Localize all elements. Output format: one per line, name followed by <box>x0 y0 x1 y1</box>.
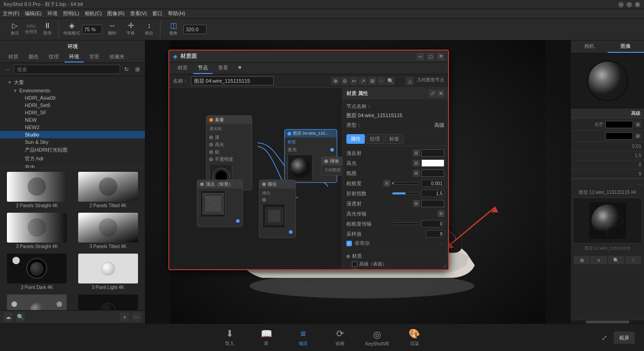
menu-lighting[interactable]: 照明(L) <box>63 10 79 17</box>
tree-item-product-hdri[interactable]: 产品HDRI灯光站图 <box>0 146 145 154</box>
thumb-all-black[interactable]: All Black 4K <box>73 293 144 310</box>
tool-translate[interactable]: ✛ 平移 <box>122 20 139 39</box>
mat-bar-btn-geom[interactable]: △ <box>406 77 414 85</box>
bottomnav-library[interactable]: 📖 库 <box>255 328 278 347</box>
prop-tab-texture[interactable]: 纹理 <box>366 134 384 144</box>
thumb-3point-medium[interactable]: 3 Point Medium 4K <box>2 293 72 310</box>
viewport[interactable]: CONVERSE ® ALL STAR <box>145 40 570 323</box>
menu-environment[interactable]: 环境 <box>47 10 58 17</box>
ambient-ctrl-icon[interactable]: ⊞ <box>413 170 420 176</box>
material-editor-window[interactable]: ◈ 材质面 ─ □ ✕ 材质 节点 查看 ■ 名称： ⊕ ⊘ ↩ <box>168 50 449 270</box>
menu-view[interactable]: 查看(V) <box>130 10 147 17</box>
sidebar-btn-refresh[interactable]: ↻ <box>122 65 131 74</box>
three-dot-icon[interactable]: ··· <box>440 240 444 247</box>
tree-node-material[interactable]: 材质 <box>346 252 444 260</box>
sidebar-btn-more[interactable]: ··· <box>3 65 12 74</box>
port-dot-in[interactable] <box>209 136 213 139</box>
mat-bar-btn-6[interactable]: ··· <box>377 77 385 85</box>
prop-tab-attributes[interactable]: 属性 <box>346 134 365 144</box>
port-out-disp[interactable] <box>262 228 293 236</box>
specular-ctrl-icon[interactable]: ⊞ <box>413 160 420 166</box>
right-swatch-icon[interactable]: ⊞ <box>635 121 641 128</box>
roughness-trans-slider[interactable] <box>392 222 420 225</box>
specular-swatch[interactable] <box>421 159 444 167</box>
tool-push-pull[interactable]: ↕ 推拉 <box>141 20 157 39</box>
diffuse-swatch[interactable] <box>421 149 444 157</box>
thumb-3panels-straight[interactable]: 3 Panels Straight 4K <box>2 211 72 251</box>
toolbar-value-input[interactable] <box>184 25 207 34</box>
tab-favorites[interactable]: 收藏夹 <box>105 52 129 62</box>
tree-item-environments[interactable]: ▼ Environments <box>0 87 145 94</box>
samples-value[interactable] <box>426 230 444 238</box>
thumb-3panels-tilted[interactable]: 3 Panels Tilted 4K <box>73 211 144 251</box>
maximize-button[interactable]: □ <box>627 2 632 7</box>
bottomnav-keyshot-vr[interactable]: ◎ KeyShotVR <box>365 329 389 346</box>
thumb-2panels-tilted[interactable]: 2 Panels Tilted 4K <box>73 170 144 210</box>
tree-item-hdri-set6[interactable]: HDRI_Set6 <box>0 102 145 109</box>
menu-window[interactable]: 窗口 <box>152 10 162 17</box>
port-texture[interactable]: 贴 <box>209 148 249 156</box>
right-btn-list[interactable]: ≡ <box>591 256 607 264</box>
tree-item-studio[interactable]: Studio <box>0 131 145 138</box>
props-expand-btn[interactable]: ⤢ <box>429 90 436 97</box>
tab-background[interactable]: 背景 <box>85 52 104 62</box>
diffuse-ctrl-icon[interactable]: ⊞ <box>413 150 420 156</box>
port-dot-in[interactable] <box>209 158 213 161</box>
tab-texture[interactable]: 纹理 <box>44 52 63 62</box>
menu-camera[interactable]: 相机(C) <box>85 10 102 17</box>
tab-environment[interactable]: 环境 <box>64 52 84 62</box>
menu-file[interactable]: 文件(F) <box>3 10 19 17</box>
tool-pause[interactable]: ⏸ 暂停 <box>39 20 56 39</box>
fresnel-checkbox[interactable]: ✓ <box>346 241 352 246</box>
right-swatch-1[interactable] <box>605 121 633 128</box>
right-btn-grid[interactable]: ⊞ <box>574 256 590 264</box>
thumb-2panels-straight[interactable]: 2 Panels Straight 4K <box>2 170 72 210</box>
right-btn-search[interactable]: 🔍 <box>608 256 624 264</box>
thumb-3point-light[interactable]: 3 Point Light 4K <box>73 252 144 292</box>
port-dot-in[interactable] <box>209 143 213 147</box>
tool-performance-mode[interactable]: ◈ 性能模式 <box>63 20 80 39</box>
tab-color[interactable]: 颜色 <box>24 52 43 62</box>
sidebar-search-small-button[interactable]: 🔍 <box>16 312 25 322</box>
resize-grip[interactable]: ⊿ <box>443 263 446 268</box>
mat-editor-close[interactable]: ✕ <box>437 53 444 60</box>
port-dot-out[interactable] <box>330 148 334 152</box>
right-three-dot[interactable]: ··· <box>638 181 642 187</box>
tree-item-hdri-sf[interactable]: HDRI_SF <box>0 109 145 116</box>
sidebar-more-button[interactable]: ··· <box>132 312 141 322</box>
fullscreen-button[interactable]: ⤢ <box>601 333 607 342</box>
tool-activate[interactable]: ▷ 激活 <box>6 20 23 39</box>
mat-bar-btn-1[interactable]: ⊕ <box>331 77 339 85</box>
roughness-trans-value[interactable] <box>421 220 444 227</box>
thumb-3point-dark[interactable]: 3 Point Dark 4K <box>2 252 72 292</box>
diffuse-trans-icon[interactable]: ⊞ <box>413 200 420 207</box>
mat-editor-maximize[interactable]: □ <box>427 53 434 60</box>
mat-tab-view[interactable]: 查看 <box>213 62 233 74</box>
port-out[interactable]: 发光 <box>288 146 334 153</box>
screenshot-button[interactable]: 截屏 <box>614 331 635 344</box>
tree-item-daliang[interactable]: ▼ 大量 <box>0 78 145 87</box>
base-material-node[interactable]: 素量 通光刺 漫 高光 <box>206 115 252 190</box>
right-tab-image[interactable]: 图像 <box>608 40 644 53</box>
mat-tab-nodes[interactable]: 节点 <box>193 62 213 74</box>
minimize-button[interactable]: ─ <box>618 2 624 7</box>
right-scrollbar[interactable] <box>571 320 644 323</box>
bottomnav-animation[interactable]: ⟳ 动画 <box>328 328 351 347</box>
mat-tab-material[interactable]: 材质 <box>173 62 192 74</box>
node-graph[interactable]: 素量 通光刺 漫 高光 <box>169 88 342 269</box>
menu-edit[interactable]: 编辑(E) <box>25 10 42 17</box>
ior-slider[interactable] <box>392 192 420 195</box>
port-opacity[interactable]: 不透明度 <box>209 156 249 163</box>
port-specular[interactable]: 高光 <box>209 141 249 148</box>
tree-item-new2[interactable]: NEW2 <box>0 124 145 131</box>
port-out-vertex[interactable] <box>200 217 240 225</box>
tree-node-advanced-surface[interactable]: 高级（表面） <box>352 260 444 268</box>
prop-tab-tag[interactable]: 标签 <box>385 134 403 144</box>
mat-editor-minimize[interactable]: ─ <box>417 53 424 60</box>
menu-help[interactable]: 帮助(H) <box>168 10 185 17</box>
ior-value[interactable] <box>421 190 444 197</box>
right-swatch-2[interactable] <box>605 132 633 140</box>
right-thumb-image[interactable] <box>573 198 642 243</box>
displacement-check[interactable] <box>352 269 357 269</box>
port-dot-in[interactable] <box>262 198 266 202</box>
